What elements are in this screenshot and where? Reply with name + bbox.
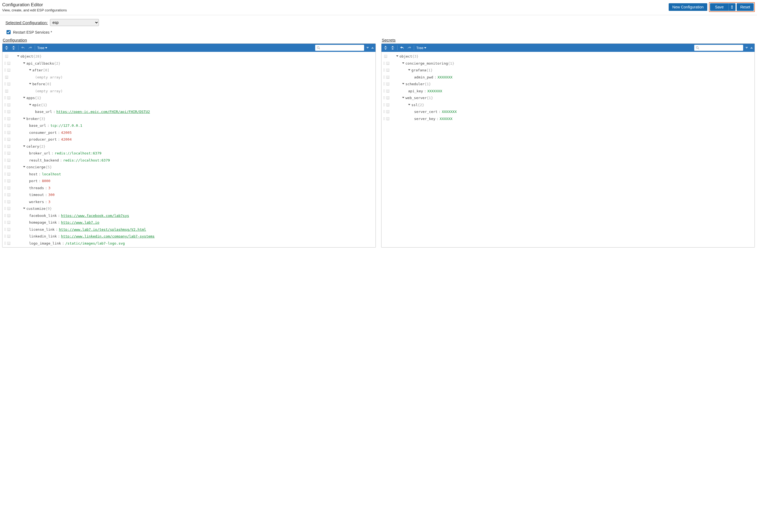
- tree-row[interactable]: broker_url:redis://localhost:6379: [2, 150, 376, 157]
- expand-caret-icon[interactable]: [23, 118, 25, 119]
- row-menu-icon[interactable]: [7, 221, 10, 224]
- row-menu-icon[interactable]: [7, 228, 10, 231]
- drag-handle-icon[interactable]: [4, 241, 6, 245]
- row-menu-icon[interactable]: [7, 193, 10, 196]
- tree-row[interactable]: result_backend:redis://localhost:6379: [2, 157, 376, 164]
- node-value[interactable]: redis://localhost:6379: [63, 158, 110, 163]
- search-prev-button[interactable]: [371, 47, 374, 48]
- drag-handle-icon[interactable]: [4, 165, 6, 169]
- drag-handle-icon[interactable]: [4, 103, 6, 107]
- row-menu-icon[interactable]: [386, 110, 389, 113]
- tree-row[interactable]: after [0]: [2, 67, 376, 74]
- tree-row[interactable]: base_url:https://open-ic.epic.com/FHIR/a…: [2, 108, 376, 115]
- expand-caret-icon[interactable]: [17, 55, 19, 57]
- config-tree-body[interactable]: object {28}api_callbacks {2}after [0](em…: [2, 52, 376, 247]
- tree-row[interactable]: web_server {1}: [381, 95, 755, 101]
- view-mode-dropdown[interactable]: Tree: [416, 46, 426, 50]
- node-value[interactable]: /static/images/lab7-logo.svg: [65, 241, 125, 246]
- node-value[interactable]: 3: [48, 185, 50, 191]
- drag-handle-icon[interactable]: [383, 110, 385, 113]
- tree-row[interactable]: host:localhost: [2, 171, 376, 178]
- node-value[interactable]: 300: [48, 192, 55, 198]
- save-button[interactable]: Save: [710, 3, 729, 11]
- node-value[interactable]: XXXXXXX: [427, 89, 442, 94]
- row-menu-icon[interactable]: [386, 76, 389, 79]
- drag-handle-icon[interactable]: [383, 96, 385, 99]
- row-menu-icon[interactable]: [7, 131, 10, 134]
- row-menu-icon[interactable]: [5, 76, 8, 79]
- tree-row[interactable]: homepage_link:http://www.lab7.io: [2, 219, 376, 226]
- node-value[interactable]: https://open-ic.epic.com/FHIR/api/FHIR/D…: [56, 109, 150, 115]
- drag-handle-icon[interactable]: [4, 124, 6, 127]
- node-value[interactable]: http://www.lab7.io/test/splashmsg/V2.htm…: [59, 227, 146, 232]
- tree-row[interactable]: threads:3: [2, 184, 376, 192]
- collapse-all-button[interactable]: [390, 45, 395, 50]
- drag-handle-icon[interactable]: [4, 69, 6, 72]
- drag-handle-icon[interactable]: [4, 207, 6, 210]
- tree-row[interactable]: (empty array): [2, 88, 376, 95]
- tree-row[interactable]: customize {9}: [2, 205, 376, 212]
- tree-row[interactable]: (empty array): [2, 74, 376, 81]
- expand-caret-icon[interactable]: [402, 83, 404, 84]
- node-value[interactable]: 42004: [61, 137, 72, 142]
- drag-handle-icon[interactable]: [4, 179, 6, 183]
- drag-handle-icon[interactable]: [383, 89, 385, 93]
- drag-handle-icon[interactable]: [4, 110, 6, 113]
- node-value[interactable]: tcp://127.0.0.1: [50, 123, 82, 128]
- reset-button[interactable]: Reset: [737, 3, 754, 11]
- row-menu-icon[interactable]: [7, 200, 10, 203]
- node-value[interactable]: http://www.linkedin.com/company/lab7-sys…: [61, 234, 155, 239]
- row-menu-icon[interactable]: [5, 55, 8, 58]
- row-menu-icon[interactable]: [7, 173, 10, 176]
- drag-handle-icon[interactable]: [4, 117, 6, 121]
- tree-row[interactable]: consumer_port:42005: [2, 129, 376, 136]
- drag-handle-icon[interactable]: [4, 200, 6, 204]
- drag-handle-icon[interactable]: [4, 62, 6, 65]
- row-menu-icon[interactable]: [7, 117, 10, 120]
- expand-caret-icon[interactable]: [402, 97, 404, 98]
- drag-handle-icon[interactable]: [383, 62, 385, 65]
- tree-row[interactable]: apps {1}: [2, 95, 376, 101]
- expand-caret-icon[interactable]: [402, 63, 404, 64]
- tree-row[interactable]: concierge_monitoring {1}: [381, 60, 755, 67]
- expand-caret-icon[interactable]: [29, 69, 31, 70]
- tree-row[interactable]: grafana {1}: [381, 67, 755, 74]
- row-menu-icon[interactable]: [7, 166, 10, 169]
- tree-row[interactable]: base_url:tcp://127.0.0.1: [2, 122, 376, 129]
- row-menu-icon[interactable]: [7, 138, 10, 141]
- expand-caret-icon[interactable]: [29, 104, 31, 105]
- drag-handle-icon[interactable]: [4, 172, 6, 176]
- drag-handle-icon[interactable]: [383, 82, 385, 86]
- tree-row[interactable]: concierge {5}: [2, 164, 376, 171]
- node-value[interactable]: XXXXXXX: [438, 75, 452, 80]
- node-value[interactable]: 8000: [42, 178, 50, 184]
- row-menu-icon[interactable]: [386, 97, 389, 99]
- node-value[interactable]: https://www.facebook.com/lab7sys: [61, 213, 129, 218]
- expand-caret-icon[interactable]: [29, 83, 31, 84]
- expand-caret-icon[interactable]: [408, 69, 410, 70]
- selected-config-select[interactable]: esp: [50, 19, 99, 26]
- drag-handle-icon[interactable]: [4, 96, 6, 99]
- tree-row[interactable]: epic {1}: [2, 101, 376, 109]
- secrets-search-input[interactable]: [699, 45, 742, 50]
- row-menu-icon[interactable]: [7, 159, 10, 162]
- search-next-button[interactable]: [745, 47, 748, 48]
- row-menu-icon[interactable]: [7, 145, 10, 148]
- expand-all-button[interactable]: [383, 45, 388, 50]
- row-menu-icon[interactable]: [7, 180, 10, 182]
- tree-row[interactable]: producer_port:42004: [2, 136, 376, 143]
- restart-services-checkbox[interactable]: [7, 30, 11, 34]
- drag-handle-icon[interactable]: [4, 82, 6, 86]
- row-menu-icon[interactable]: [5, 90, 8, 93]
- tree-row[interactable]: license_link:http://www.lab7.io/test/spl…: [2, 226, 376, 233]
- drag-handle-icon[interactable]: [383, 117, 385, 121]
- row-menu-icon[interactable]: [7, 62, 10, 65]
- row-menu-icon[interactable]: [386, 62, 389, 65]
- tree-row[interactable]: server_cert:XXXXXXX: [381, 108, 755, 115]
- row-menu-icon[interactable]: [7, 186, 10, 189]
- tree-row[interactable]: object {28}: [2, 53, 376, 60]
- expand-caret-icon[interactable]: [23, 97, 25, 98]
- row-menu-icon[interactable]: [7, 82, 10, 86]
- row-menu-icon[interactable]: [7, 214, 10, 217]
- node-value[interactable]: XXXXXXX: [442, 109, 457, 115]
